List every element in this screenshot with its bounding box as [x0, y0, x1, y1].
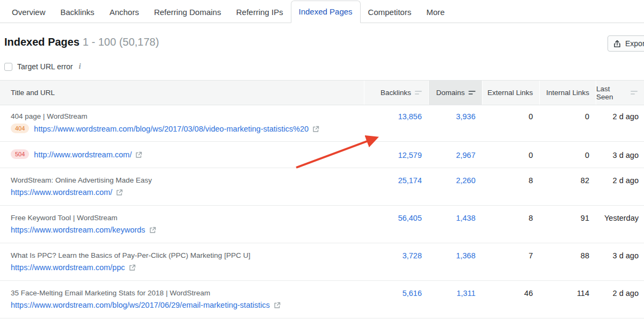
- tab-backlinks[interactable]: Backlinks: [53, 2, 102, 23]
- internal-links-value: 88: [539, 243, 596, 280]
- table-row: What Is PPC? Learn the Basics of Pay-Per…: [0, 243, 644, 281]
- external-links-value: 8: [482, 206, 539, 243]
- target-url-error-checkbox[interactable]: [4, 63, 12, 71]
- tab-referring-ips[interactable]: Referring IPs: [229, 2, 291, 23]
- last-seen-value: 2 d ago: [596, 105, 644, 141]
- external-link-icon[interactable]: [116, 189, 123, 196]
- page-title: Indexed Pages1 - 100 (50,178): [4, 36, 644, 48]
- backlinks-value[interactable]: 25,174: [364, 168, 428, 205]
- filter-row: Target URL error i: [4, 62, 644, 71]
- domains-value[interactable]: 2,260: [428, 168, 482, 205]
- tab-more[interactable]: More: [419, 2, 452, 23]
- tab-referring-domains[interactable]: Referring Domains: [147, 2, 229, 23]
- result-range: 1 - 100 (50,178): [83, 36, 159, 48]
- page-title-text: 35 Face-Melting Email Marketing Stats fo…: [11, 288, 364, 298]
- page-url-link[interactable]: https://www.wordstream.com/ppc: [11, 263, 125, 272]
- external-link-icon[interactable]: [129, 264, 136, 271]
- domains-value[interactable]: 2,967: [428, 142, 482, 168]
- external-links-value: 0: [482, 105, 539, 141]
- tab-competitors[interactable]: Competitors: [361, 2, 419, 23]
- page-url-link[interactable]: https://www.wordstream.com/blog/ws/2017/…: [34, 125, 309, 133]
- last-seen-value: 3 d ago: [596, 243, 644, 280]
- tab-anchors[interactable]: Anchors: [102, 2, 147, 23]
- export-icon: [613, 40, 621, 48]
- col-header-last-seen[interactable]: Last Seen: [596, 81, 644, 105]
- page-title-text: 404 page | WordStream: [11, 112, 364, 121]
- indexed-pages-table: Title and URL Backlinks Domains External…: [0, 80, 644, 318]
- export-label: Export: [625, 39, 644, 48]
- backlinks-value[interactable]: 3,728: [364, 243, 428, 280]
- internal-links-value: 0: [539, 142, 596, 168]
- table-row: Free Keyword Tool | WordStream https://w…: [0, 206, 644, 243]
- backlinks-value[interactable]: 5,616: [364, 281, 428, 318]
- indexed-pages-report: Overview Backlinks Anchors Referring Dom…: [0, 0, 644, 326]
- last-seen-value: 2 d ago: [596, 281, 644, 318]
- col-header-domains[interactable]: Domains: [428, 81, 482, 105]
- table-row: 404 page | WordStream 404 https://www.wo…: [0, 105, 644, 142]
- page-url-link[interactable]: https://www.wordstream.com/blog/ws/2017/…: [11, 301, 270, 309]
- page-title-text: Indexed Pages: [4, 36, 79, 48]
- external-links-value: 0: [482, 142, 539, 168]
- page-title-text: WordStream: Online Advertising Made Easy: [11, 176, 364, 185]
- page-url-link[interactable]: https://www.wordstream.com/: [11, 188, 112, 197]
- internal-links-value: 82: [539, 168, 596, 205]
- col-header-title-url: Title and URL: [0, 81, 364, 105]
- last-seen-value: Yesterday: [596, 206, 644, 243]
- status-badge-504: 504: [11, 149, 29, 159]
- domains-value[interactable]: 1,311: [428, 281, 482, 318]
- sort-icon-last-seen: [631, 91, 638, 95]
- backlinks-value[interactable]: 13,856: [364, 105, 428, 141]
- external-link-icon[interactable]: [312, 126, 319, 133]
- page-title-text: Free Keyword Tool | WordStream: [11, 213, 364, 222]
- internal-links-value: 114: [539, 281, 596, 318]
- external-link-icon[interactable]: [149, 227, 156, 234]
- sort-icon-backlinks: [415, 91, 422, 95]
- sort-icon-domains-active: [469, 91, 475, 95]
- last-seen-value: 2 d ago: [596, 168, 644, 205]
- report-tabbar: Overview Backlinks Anchors Referring Dom…: [0, 0, 644, 23]
- tab-overview[interactable]: Overview: [4, 2, 53, 23]
- external-link-icon[interactable]: [135, 151, 142, 158]
- external-link-icon[interactable]: [274, 302, 281, 309]
- domains-value[interactable]: 1,368: [428, 243, 482, 280]
- external-links-value: 7: [482, 243, 539, 280]
- domains-value[interactable]: 1,438: [428, 206, 482, 243]
- info-icon[interactable]: i: [79, 62, 81, 71]
- table-header-row: Title and URL Backlinks Domains External…: [0, 80, 644, 105]
- export-button[interactable]: Export: [608, 35, 644, 52]
- page-url-link[interactable]: http://www.wordstream.com/: [34, 150, 131, 159]
- last-seen-value: 3 d ago: [596, 142, 644, 168]
- table-row: 35 Face-Melting Email Marketing Stats fo…: [0, 281, 644, 318]
- page-url-link[interactable]: https://www.wordstream.com/keywords: [11, 226, 145, 234]
- status-badge-404: 404: [11, 124, 29, 133]
- internal-links-value: 0: [539, 105, 596, 141]
- external-links-value: 8: [482, 168, 539, 205]
- table-row: 504 http://www.wordstream.com/ 12,579 2,…: [0, 142, 644, 168]
- page-header: Indexed Pages1 - 100 (50,178): [0, 23, 644, 48]
- col-header-external-links[interactable]: External Links: [482, 81, 539, 105]
- table-row: WordStream: Online Advertising Made Easy…: [0, 168, 644, 206]
- tab-indexed-pages[interactable]: Indexed Pages: [291, 1, 361, 23]
- page-title-text: What Is PPC? Learn the Basics of Pay-Per…: [11, 251, 364, 260]
- col-header-internal-links[interactable]: Internal Links: [539, 81, 596, 105]
- backlinks-value[interactable]: 12,579: [364, 142, 428, 168]
- backlinks-value[interactable]: 56,405: [364, 206, 428, 243]
- external-links-value: 46: [482, 281, 539, 318]
- col-header-backlinks[interactable]: Backlinks: [364, 81, 428, 105]
- target-url-error-label: Target URL error: [17, 62, 73, 71]
- internal-links-value: 91: [539, 206, 596, 243]
- domains-value[interactable]: 3,936: [428, 105, 482, 141]
